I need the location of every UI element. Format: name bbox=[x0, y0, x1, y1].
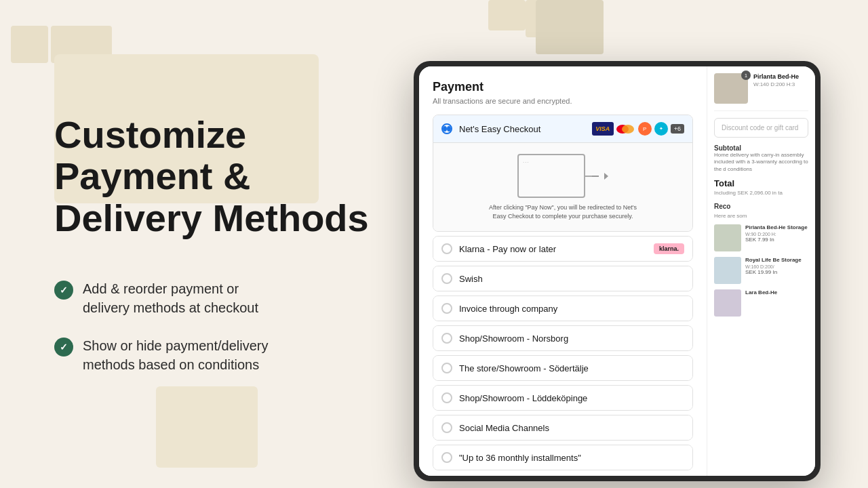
installments-label: "Up to 36 monthly installments" bbox=[459, 453, 684, 463]
payment-subtitle: All transactions are secure and encrypte… bbox=[433, 97, 693, 105]
reco-item-1-image bbox=[714, 224, 741, 251]
right-sidebar: 1 Pirlanta Bed-He W:140 D:200 H:3 Discou… bbox=[707, 66, 815, 476]
cart-badge: 1 bbox=[741, 70, 751, 80]
reco-item-1[interactable]: Pirlanta Bed-He Storage W:90 D:200 H: SE… bbox=[714, 224, 808, 251]
invoice-label: Invoice through company bbox=[459, 304, 684, 314]
browser-mockup bbox=[517, 154, 585, 198]
check-icon-2 bbox=[54, 338, 73, 357]
reco-item-3-info: Lara Bed-He bbox=[745, 289, 808, 317]
recommendations-section: Reco Here are som Pirlanta Bed-He Storag… bbox=[714, 203, 808, 317]
reco-item-2-dims: W:160 D:200/ bbox=[745, 264, 808, 269]
payment-title: Payment bbox=[433, 80, 693, 94]
radio-installments[interactable] bbox=[441, 452, 452, 463]
reco-title: Reco bbox=[714, 203, 808, 210]
feature-text-2: Show or hide payment/delivery methods ba… bbox=[83, 336, 268, 374]
mc-right-icon bbox=[622, 125, 634, 134]
arrow-head bbox=[604, 173, 608, 180]
total-label: Total bbox=[714, 178, 808, 188]
swish-label: Swish bbox=[459, 274, 684, 284]
more-badge: +6 bbox=[671, 124, 684, 134]
subtotal-label: Subtotal bbox=[714, 144, 808, 152]
payment-option-klarna[interactable]: Klarna - Pay now or later klarna. bbox=[433, 236, 693, 262]
payment-option-klarna-header[interactable]: Klarna - Pay now or later klarna. bbox=[433, 237, 692, 261]
reco-subtitle: Here are som bbox=[714, 213, 808, 219]
payment-section[interactable]: Payment All transactions are secure and … bbox=[419, 66, 707, 476]
payment-option-social-header[interactable]: Social Media Channels bbox=[433, 415, 692, 440]
tablet-screen: Payment All transactions are secure and … bbox=[419, 66, 815, 476]
payment-option-sodertalje[interactable]: The store/Showroom - Södertälje bbox=[433, 355, 693, 381]
left-panel: Customize Payment & Delivery Methods Add… bbox=[0, 0, 420, 488]
subtotal-section: Subtotal Home delivery with carry-in ass… bbox=[714, 144, 808, 173]
norsborg-label: Shop/Showroom - Norsborg bbox=[459, 333, 684, 344]
sodertalje-label: The store/Showroom - Södertälje bbox=[459, 363, 684, 373]
feature-text-1: Add & reorder payment or delivery method… bbox=[83, 279, 258, 317]
payment-option-norsborg-header[interactable]: Shop/Showroom - Norsborg bbox=[433, 326, 692, 350]
radio-norsborg[interactable] bbox=[441, 333, 452, 344]
cart-item-image: 1 bbox=[714, 73, 748, 104]
payment-option-sodertalje-header[interactable]: The store/Showroom - Södertälje bbox=[433, 356, 692, 380]
reco-item-1-name: Pirlanta Bed-He Storage bbox=[745, 224, 808, 231]
reco-item-2[interactable]: Royal Life Be Storage W:160 D:200/ SEK 1… bbox=[714, 257, 808, 284]
cart-item: 1 Pirlanta Bed-He W:140 D:200 H:3 bbox=[714, 73, 808, 111]
payment-option-nets-header[interactable]: Net's Easy Checkout VISA P ✦ bbox=[433, 115, 692, 143]
payment-option-nets[interactable]: Net's Easy Checkout VISA P ✦ bbox=[433, 115, 693, 232]
tablet-mockup: Payment All transactions are secure and … bbox=[414, 61, 821, 481]
payment-option-social[interactable]: Social Media Channels bbox=[433, 415, 693, 441]
reco-item-2-price: SEK 19.99 In bbox=[745, 269, 808, 275]
other-payment-icon: ✦ bbox=[654, 122, 668, 136]
radio-klarna[interactable] bbox=[441, 243, 452, 254]
features-list: Add & reorder payment or delivery method… bbox=[54, 279, 380, 374]
discount-placeholder: Discount code or gift card bbox=[722, 124, 801, 131]
main-title: Customize Payment & Delivery Methods bbox=[54, 114, 380, 239]
discount-field[interactable]: Discount code or gift card bbox=[714, 118, 808, 138]
card-icons: VISA P ✦ +6 bbox=[592, 122, 684, 136]
cart-item-name: Pirlanta Bed-He bbox=[753, 73, 808, 81]
klarna-label: Klarna - Pay now or later bbox=[459, 244, 654, 254]
reco-item-2-info: Royal Life Be Storage W:160 D:200/ SEK 1… bbox=[745, 257, 808, 284]
payment-option-swish[interactable]: Swish bbox=[433, 266, 693, 291]
payment-option-lodde[interactable]: Shop/Showroom - Löddeköpinge bbox=[433, 385, 693, 411]
payment-option-installments-header[interactable]: "Up to 36 monthly installments" bbox=[433, 445, 692, 470]
radio-invoice[interactable] bbox=[441, 303, 452, 314]
radio-nets[interactable] bbox=[441, 123, 452, 134]
reco-item-3-image bbox=[714, 289, 741, 317]
reco-item-3[interactable]: Lara Bed-He bbox=[714, 289, 808, 317]
radio-swish[interactable] bbox=[441, 273, 452, 284]
payment-option-installments[interactable]: "Up to 36 monthly installments" bbox=[433, 445, 693, 470]
visa-icon: VISA bbox=[592, 122, 614, 136]
radio-lodde[interactable] bbox=[441, 392, 452, 403]
payment-option-invoice[interactable]: Invoice through company bbox=[433, 296, 693, 321]
total-section: Total Including SEK 2,096.00 in ta bbox=[714, 178, 808, 196]
paypal-icon: P bbox=[638, 122, 652, 136]
check-icon-1 bbox=[54, 281, 73, 300]
payment-option-norsborg[interactable]: Shop/Showroom - Norsborg bbox=[433, 325, 693, 351]
reco-item-1-price: SEK 7.99 In bbox=[745, 237, 808, 243]
radio-social[interactable] bbox=[441, 422, 452, 433]
reco-item-1-dims: W:90 D:200 H: bbox=[745, 232, 808, 237]
reco-item-2-name: Royal Life Be Storage bbox=[745, 257, 808, 264]
reco-item-2-image bbox=[714, 257, 741, 284]
checkout-visual: After clicking "Pay Now", you will be re… bbox=[433, 143, 692, 231]
checkout-text: After clicking "Pay Now", you will be re… bbox=[488, 203, 637, 220]
feature-item-1: Add & reorder payment or delivery method… bbox=[54, 279, 380, 317]
total-tax: Including SEK 2,096.00 in ta bbox=[714, 190, 808, 196]
cart-item-dims: W:140 D:200 H:3 bbox=[753, 81, 808, 87]
subtotal-desc: Home delivery with carry-in assembly inc… bbox=[714, 152, 808, 173]
radio-sodertalje[interactable] bbox=[441, 363, 452, 373]
payment-option-invoice-header[interactable]: Invoice through company bbox=[433, 296, 692, 321]
social-label: Social Media Channels bbox=[459, 423, 684, 433]
payment-option-lodde-header[interactable]: Shop/Showroom - Löddeköpinge bbox=[433, 386, 692, 410]
feature-item-2: Show or hide payment/delivery methods ba… bbox=[54, 336, 380, 374]
nets-label: Net's Easy Checkout bbox=[459, 124, 592, 134]
reco-item-1-info: Pirlanta Bed-He Storage W:90 D:200 H: SE… bbox=[745, 224, 808, 251]
cart-item-info: Pirlanta Bed-He W:140 D:200 H:3 bbox=[753, 73, 808, 104]
klarna-badge: klarna. bbox=[654, 243, 684, 254]
right-panel: Payment All transactions are secure and … bbox=[380, 0, 868, 488]
lodde-label: Shop/Showroom - Löddeköpinge bbox=[459, 393, 684, 403]
reco-item-3-name: Lara Bed-He bbox=[745, 289, 808, 296]
payment-option-swish-header[interactable]: Swish bbox=[433, 266, 692, 291]
